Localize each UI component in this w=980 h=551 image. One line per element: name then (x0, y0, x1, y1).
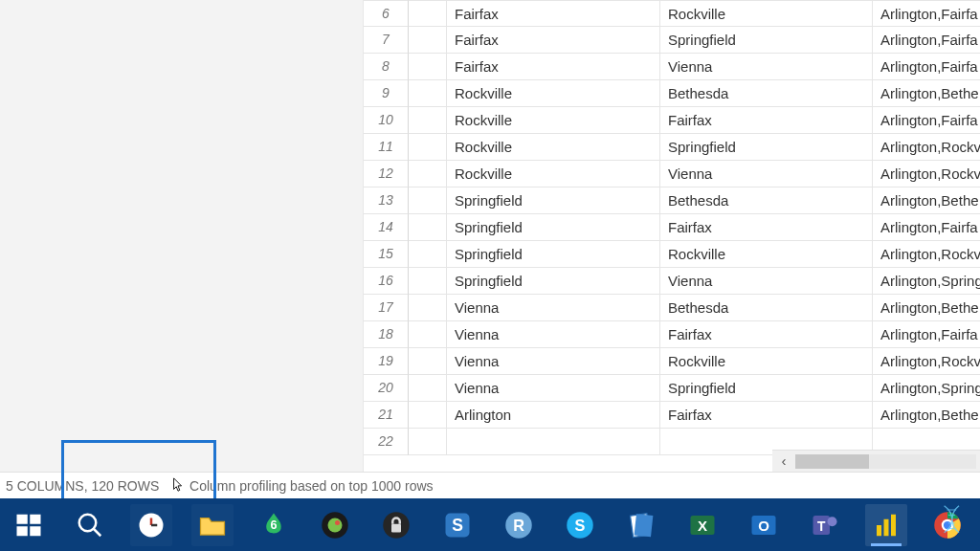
cell[interactable]: Fairfax (447, 27, 660, 54)
cell[interactable]: Arlington,Rockv (873, 161, 980, 187)
cell[interactable]: Springfield (660, 375, 873, 402)
cell[interactable]: Bethesda (660, 187, 873, 214)
taskbar-file-explorer[interactable] (191, 504, 234, 546)
cell[interactable]: Springfield (447, 241, 660, 268)
taskbar-snagit[interactable]: S (436, 504, 479, 546)
table-row[interactable]: RockvilleSpringfieldArlington,Rockv (409, 134, 980, 161)
scroll-thumb[interactable] (795, 454, 869, 469)
cell[interactable]: Rockville (447, 134, 660, 161)
table-row[interactable]: SpringfieldBethesdaArlington,Bethe (409, 187, 980, 214)
cell[interactable]: Vienna (447, 348, 660, 375)
row-number[interactable]: 13 (364, 187, 409, 214)
row-number[interactable]: 14 (364, 214, 409, 241)
row-number[interactable]: 20 (364, 375, 409, 402)
status-profiling[interactable]: Column profiling based on top 1000 rows (189, 478, 434, 494)
cell[interactable] (409, 187, 447, 214)
table-row[interactable]: RockvilleFairfaxArlington,Fairfa (409, 107, 980, 134)
cell[interactable]: Bethesda (660, 80, 873, 107)
table-row[interactable]: SpringfieldFairfaxArlington,Fairfa (409, 214, 980, 241)
cell[interactable]: Arlington,Fairfa (873, 27, 980, 54)
row-number[interactable]: 21 (364, 402, 409, 429)
scroll-track[interactable] (795, 454, 976, 469)
row-number[interactable]: 10 (364, 107, 409, 134)
table-row[interactable]: SpringfieldViennaArlington,Spring (409, 268, 980, 295)
cell[interactable]: Vienna (660, 54, 873, 80)
taskbar-notepad[interactable] (620, 504, 662, 546)
cell[interactable] (409, 134, 447, 161)
taskbar-outlook[interactable]: O (743, 504, 785, 546)
cell[interactable]: Arlington,Spring (873, 375, 980, 402)
table-row[interactable]: ViennaBethesdaArlington,Bethe (409, 295, 980, 321)
table-row[interactable]: FairfaxViennaArlington,Fairfa (409, 54, 980, 80)
cell[interactable]: Arlington,Bethe (873, 187, 980, 214)
row-number[interactable]: 11 (364, 134, 409, 161)
cell[interactable]: Rockville (447, 107, 660, 134)
cell[interactable]: Arlington,Bethe (873, 80, 980, 107)
cell[interactable] (409, 295, 447, 321)
taskbar-keepass[interactable] (375, 504, 417, 546)
cell[interactable]: Arlington,Rockv (873, 241, 980, 268)
taskbar-excel[interactable]: X (681, 504, 724, 546)
table-row[interactable]: FairfaxRockvilleArlington,Fairfa (409, 0, 980, 27)
row-number[interactable]: 8 (364, 54, 409, 80)
taskbar-powerbi[interactable] (865, 504, 907, 546)
cell[interactable]: Arlington,Fairfa (873, 0, 980, 27)
row-number[interactable]: 19 (364, 348, 409, 375)
cell[interactable]: Rockville (660, 348, 873, 375)
cell[interactable]: Fairfax (660, 214, 873, 241)
table-row[interactable]: ArlingtonFairfaxArlington,Bethe (409, 402, 980, 429)
cell[interactable] (409, 0, 447, 27)
cell[interactable]: Fairfax (660, 321, 873, 348)
cell[interactable]: Rockville (447, 80, 660, 107)
table-row[interactable]: ViennaFairfaxArlington,Fairfa (409, 321, 980, 348)
table-row[interactable]: RockvilleViennaArlington,Rockv (409, 161, 980, 187)
taskbar-search[interactable] (69, 504, 111, 546)
horizontal-scrollbar[interactable]: ‹ (772, 450, 980, 472)
cell[interactable]: Arlington,Fairfa (873, 214, 980, 241)
cell[interactable]: Arlington,Bethe (873, 295, 980, 321)
cell[interactable]: Springfield (660, 27, 873, 54)
cell[interactable]: Springfield (447, 268, 660, 295)
cell[interactable] (409, 429, 447, 455)
cell[interactable]: Vienna (660, 268, 873, 295)
cell[interactable]: Rockville (660, 241, 873, 268)
taskbar-chameleon-app[interactable] (314, 504, 356, 546)
cell[interactable]: Arlington,Fairfa (873, 107, 980, 134)
row-number[interactable]: 16 (364, 268, 409, 295)
cell[interactable] (409, 27, 447, 54)
cell[interactable] (409, 375, 447, 402)
row-number[interactable]: 6 (364, 0, 409, 27)
cell[interactable] (409, 241, 447, 268)
cell[interactable]: Arlington,Rockv (873, 348, 980, 375)
data-grid[interactable]: 6 7 8 9 10 11 12 13 14 15 16 17 18 19 20… (364, 0, 980, 472)
cell[interactable]: Arlington,Fairfa (873, 321, 980, 348)
cell[interactable]: Arlington,Bethe (873, 402, 980, 429)
row-number[interactable]: 9 (364, 80, 409, 107)
cell[interactable]: Fairfax (660, 402, 873, 429)
cell[interactable]: Vienna (660, 161, 873, 187)
cell[interactable]: Vienna (447, 321, 660, 348)
cell[interactable] (409, 348, 447, 375)
cell[interactable] (447, 429, 660, 455)
cell[interactable]: Springfield (447, 187, 660, 214)
table-row[interactable]: FairfaxSpringfieldArlington,Fairfa (409, 27, 980, 54)
taskbar-skype[interactable]: S (559, 504, 601, 546)
cell[interactable]: Arlington,Fairfa (873, 54, 980, 80)
taskbar-teams[interactable]: T (804, 504, 846, 546)
cell[interactable]: Vienna (447, 295, 660, 321)
row-number[interactable]: 7 (364, 27, 409, 54)
cell[interactable] (409, 402, 447, 429)
table-row[interactable]: SpringfieldRockvilleArlington,Rockv (409, 241, 980, 268)
cell[interactable] (409, 54, 447, 80)
cell[interactable]: Springfield (660, 134, 873, 161)
scroll-left-button[interactable]: ‹ (772, 451, 795, 472)
table-row[interactable]: ViennaSpringfieldArlington,Spring (409, 375, 980, 402)
taskbar-clock-app[interactable] (130, 504, 172, 546)
start-button[interactable] (8, 504, 50, 546)
cell[interactable]: Fairfax (660, 107, 873, 134)
table-row[interactable]: ViennaRockvilleArlington,Rockv (409, 348, 980, 375)
cell[interactable]: Bethesda (660, 295, 873, 321)
row-number[interactable]: 22 (364, 429, 409, 455)
row-number[interactable]: 17 (364, 295, 409, 321)
cell[interactable]: Vienna (447, 375, 660, 402)
